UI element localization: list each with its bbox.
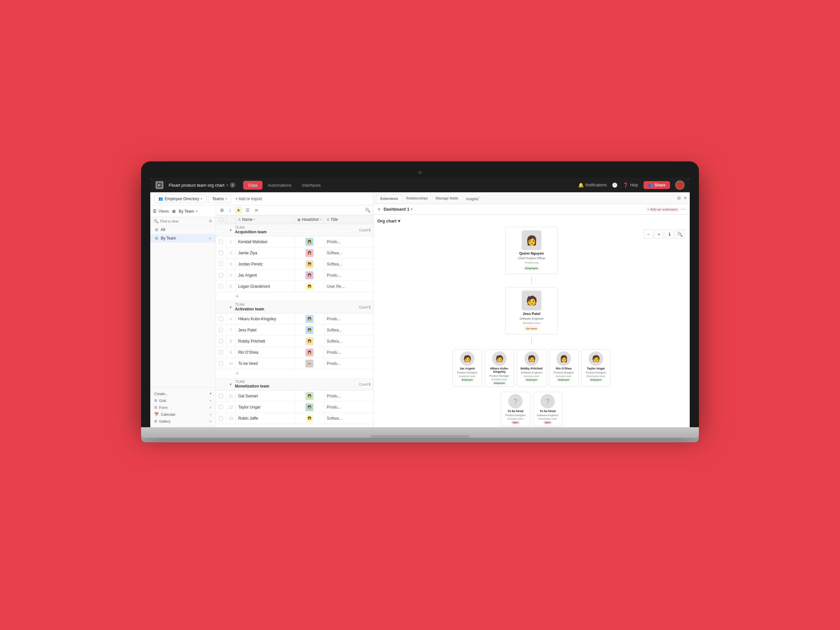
pin-btn[interactable]: ⊞ [677, 196, 681, 201]
group-chevron-act[interactable]: ▼ [229, 305, 232, 309]
row-headshot-11[interactable]: 🧑 [295, 390, 324, 401]
add-row-acq[interactable]: + [216, 292, 373, 301]
view-byteam[interactable]: ⊞ By Team ✓ [150, 234, 216, 243]
dashboard-chevron[interactable]: ▾ [411, 207, 412, 211]
org-node-open2[interactable]: ? To be hired Software Engineer Monetiza… [533, 392, 562, 426]
employee-directory-tab[interactable]: 👥 Employee Directory ▾ [154, 194, 207, 203]
org-node-second[interactable]: 🧑 Jess Patel Software Engineer Activatio… [505, 287, 558, 334]
headshot-sort-icon[interactable]: ▾ [320, 218, 322, 221]
group-chevron-acq[interactable]: ▼ [229, 228, 232, 232]
add-import-btn[interactable]: + Add or import [233, 195, 265, 203]
row-check-5[interactable] [216, 281, 226, 292]
select-all-checkbox[interactable] [219, 218, 223, 222]
header-check[interactable] [216, 215, 226, 224]
row-headshot-10[interactable]: — [295, 358, 324, 369]
tab-automations[interactable]: Automations [262, 181, 297, 189]
tab-data[interactable]: Data [243, 181, 262, 189]
teams-tab[interactable]: Teams ▾ [208, 194, 231, 203]
row-check-2[interactable] [216, 248, 226, 258]
name-sort-icon[interactable]: ▾ [254, 218, 255, 221]
row-name-11[interactable]: Gal Samari [235, 390, 295, 401]
group-chevron-mon[interactable]: ▼ [229, 382, 232, 386]
row-check-7[interactable] [216, 325, 226, 335]
tab-relationships[interactable]: Relationships [402, 195, 432, 202]
row-headshot-5[interactable]: 🧑 [295, 281, 324, 292]
row-headshot-9[interactable]: 👩 [295, 347, 324, 358]
row-check-12[interactable] [216, 402, 226, 412]
title-chevron[interactable]: ▾ [226, 183, 228, 187]
header-title[interactable]: A Title [324, 215, 373, 224]
tab-insights[interactable]: Insights+ [462, 194, 484, 202]
group-icon[interactable]: ★ [235, 207, 242, 214]
user-avatar[interactable] [675, 180, 684, 189]
row-headshot-1[interactable]: 👩 [295, 236, 324, 247]
row-name-8[interactable]: Robby Pritchett [235, 336, 295, 346]
org-node-bobby[interactable]: 🧑 Bobby Pritchett Software Engineer Acti… [517, 349, 546, 387]
row-check-4[interactable] [216, 270, 226, 281]
org-node-root[interactable]: 👩 Quinn Nguyen Chief Product Officer Pro… [505, 227, 558, 274]
tab-interfaces[interactable]: Interfaces [297, 181, 326, 189]
row-title-13: Softwa... [324, 413, 373, 424]
row-headshot-4[interactable]: 🧑 [295, 270, 324, 281]
row-check-3[interactable] [216, 259, 226, 269]
header-name[interactable]: A Name ▾ [235, 215, 295, 224]
view-all[interactable]: ⊞ All [150, 226, 216, 234]
org-node-taylor[interactable]: 🧑 Taylor Ungar Product Designer Monetiza… [581, 349, 611, 387]
org-node-rin[interactable]: 👩 Rin O'Shea Product Designer Activation… [549, 349, 578, 387]
gear-icon[interactable]: ⚙ [209, 219, 212, 223]
row-check-9[interactable] [216, 347, 226, 358]
row-check-11[interactable] [216, 390, 226, 401]
row-check-10[interactable] [216, 358, 226, 369]
create-gallery[interactable]: ⊞ Gallery + [153, 418, 213, 425]
notifications-btn[interactable]: 🔔 Notifications [578, 182, 607, 188]
close-panel-btn[interactable]: ✕ [684, 196, 687, 201]
add-extension-btn[interactable]: + Add an extension [647, 207, 678, 211]
org-title-chevron[interactable]: ▾ [398, 218, 400, 223]
row-name-5[interactable]: Logan Grandmont [235, 281, 295, 292]
grid-icon-all: ⊞ [154, 227, 159, 232]
row-headshot-2[interactable]: 👩 [295, 248, 324, 258]
export-icon[interactable]: ⊳ [253, 207, 260, 214]
org-node-hikaru[interactable]: 🧑 Hikaru Kubo-Kingsley Product Manager A… [485, 349, 514, 387]
row-name-1[interactable]: Kendall Mahdavi [235, 236, 295, 247]
row-check-13[interactable] [216, 413, 226, 424]
row-check-1[interactable] [216, 236, 226, 247]
field-icon[interactable]: ☰ [244, 207, 251, 214]
help-btn[interactable]: ❓ Help [623, 182, 638, 188]
org-node-open1[interactable]: ? To be hired Product Designer Activatio… [501, 392, 530, 426]
row-name-3[interactable]: Jordan Peretz [235, 259, 295, 269]
create-form[interactable]: ⊟ Form + [153, 404, 213, 411]
row-name-10[interactable]: To be hired [235, 358, 295, 369]
row-name-4[interactable]: Jac Argent [235, 270, 295, 281]
tab-extensions[interactable]: Extensions [376, 195, 402, 202]
find-view-input[interactable] [160, 219, 207, 223]
row-headshot-12[interactable]: 🧑 [295, 402, 324, 412]
row-headshot-8[interactable]: 🧑 [295, 336, 324, 346]
share-button[interactable]: 👥 Share [643, 181, 670, 189]
history-btn[interactable]: 🕐 [612, 182, 617, 188]
row-name-6[interactable]: Hikaru Kubo-Kingsley [235, 313, 295, 324]
row-headshot-6[interactable]: 🧑 [295, 313, 324, 324]
row-headshot-13[interactable]: 🧑 [295, 413, 324, 424]
dashboard-more-btn[interactable]: ⋯ [681, 206, 686, 212]
row-check-6[interactable] [216, 313, 226, 324]
sort-icon[interactable]: ↕ [227, 207, 233, 214]
create-header[interactable]: Create... ▾ [153, 390, 213, 397]
add-row-act[interactable]: + [216, 369, 373, 378]
row-name-13[interactable]: Robin Jaffe [235, 413, 295, 424]
info-icon[interactable]: ℹ [230, 182, 235, 188]
row-headshot-7[interactable]: 🧑 [295, 325, 324, 335]
org-node-jac[interactable]: 🧑 Jac Argent Product Designer Acquisitio… [453, 349, 482, 387]
row-name-2[interactable]: Jamie Ziya [235, 248, 295, 258]
row-name-9[interactable]: Rin O'Shea [235, 347, 295, 358]
create-grid[interactable]: ⊞ Grid + [153, 397, 213, 404]
header-headshot[interactable]: ▣ Headshot ▾ [295, 215, 324, 224]
row-name-7[interactable]: Jess Patel [235, 325, 295, 335]
row-check-8[interactable] [216, 336, 226, 346]
row-name-12[interactable]: Taylor Ungar [235, 402, 295, 412]
search-grid-icon[interactable]: 🔍 [365, 208, 371, 213]
create-calendar[interactable]: 📅 Calendar + [153, 411, 213, 418]
row-headshot-3[interactable]: 🧑 [295, 259, 324, 269]
tab-manage-fields[interactable]: Manage fields [432, 195, 462, 202]
filter-icon[interactable]: ⊠ [218, 207, 226, 214]
